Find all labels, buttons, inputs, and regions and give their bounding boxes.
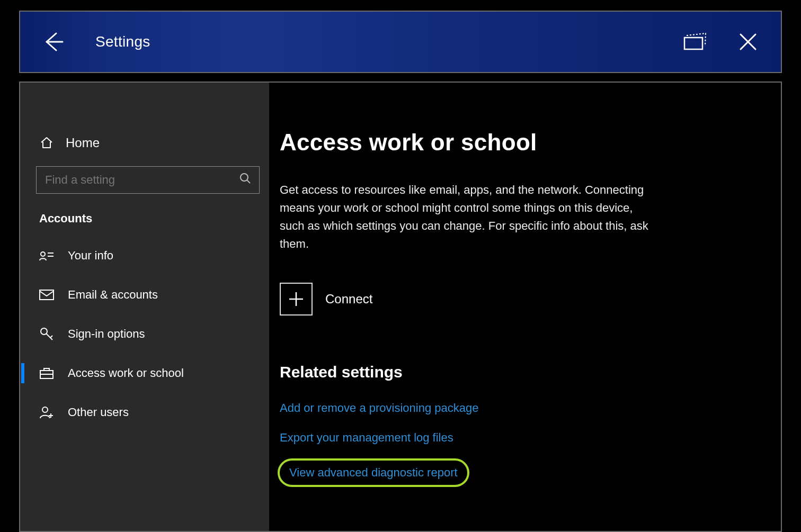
back-arrow-icon	[41, 30, 65, 53]
sidebar-item-label: Your info	[68, 249, 113, 263]
home-icon	[39, 136, 54, 150]
svg-line-12	[50, 336, 52, 338]
briefcase-icon	[39, 366, 54, 381]
sidebar: Home Accounts	[20, 83, 269, 531]
close-icon	[738, 32, 758, 51]
svg-rect-9	[40, 290, 54, 300]
related-heading: Related settings	[280, 363, 749, 381]
person-card-icon	[39, 248, 54, 263]
settings-window: Home Accounts	[19, 82, 782, 532]
sidebar-item-your-info[interactable]: Your info	[20, 236, 269, 275]
titlebar-title: Settings	[95, 33, 150, 50]
sidebar-home-label: Home	[66, 136, 100, 150]
content-pane: Access work or school Get access to reso…	[269, 83, 781, 531]
search-wrap	[20, 157, 269, 194]
sidebar-item-label: Access work or school	[68, 366, 184, 380]
key-icon	[39, 327, 54, 341]
sidebar-home[interactable]: Home	[20, 129, 269, 157]
link-diagnostic-report-label: View advanced diagnostic report	[289, 466, 458, 479]
sidebar-item-label: Other users	[68, 405, 129, 419]
sidebar-item-other-users[interactable]: Other users	[20, 393, 269, 432]
sidebar-item-access-work-school[interactable]: Access work or school	[20, 354, 269, 393]
back-button[interactable]	[39, 28, 67, 56]
svg-point-15	[42, 407, 48, 412]
person-plus-icon	[39, 405, 54, 420]
mail-icon	[39, 287, 54, 302]
sidebar-category: Accounts	[20, 194, 269, 236]
related-links: Add or remove a provisioning package Exp…	[280, 401, 749, 485]
search-input[interactable]	[36, 166, 260, 194]
multitask-button[interactable]	[681, 28, 709, 56]
svg-point-6	[41, 252, 45, 256]
page-title: Access work or school	[280, 129, 749, 156]
connect-label: Connect	[325, 292, 372, 306]
link-diagnostic-report[interactable]: View advanced diagnostic report	[280, 461, 467, 485]
sidebar-item-email-accounts[interactable]: Email & accounts	[20, 275, 269, 314]
titlebar: Settings	[19, 11, 782, 73]
connect-button[interactable]: Connect	[280, 283, 749, 315]
close-button[interactable]	[734, 28, 762, 56]
sidebar-item-label: Sign-in options	[68, 327, 145, 341]
link-export-log-files[interactable]: Export your management log files	[280, 431, 453, 445]
sidebar-item-signin-options[interactable]: Sign-in options	[20, 314, 269, 354]
link-provisioning-package[interactable]: Add or remove a provisioning package	[280, 401, 478, 415]
svg-rect-1	[684, 38, 702, 49]
page-description: Get access to resources like email, apps…	[280, 181, 651, 253]
plus-icon	[280, 283, 313, 315]
multitask-icon	[683, 32, 707, 51]
sidebar-item-label: Email & accounts	[68, 288, 158, 302]
